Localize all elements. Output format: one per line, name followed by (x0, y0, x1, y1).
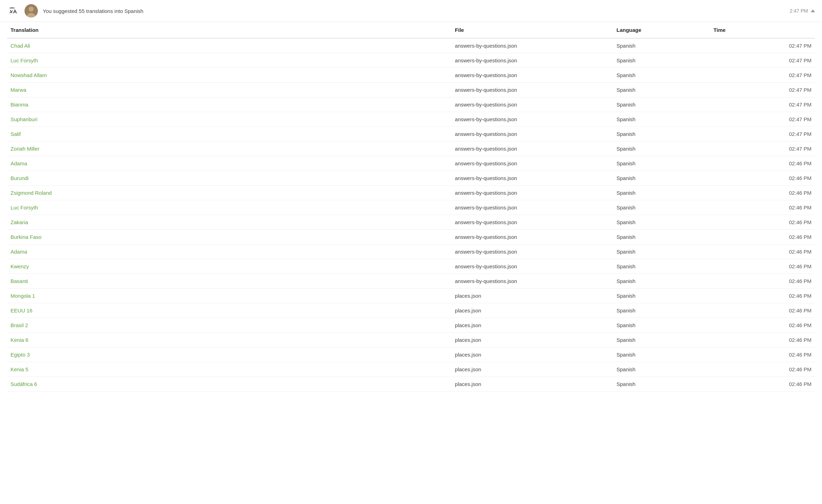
cell-time: 02:46 PM (710, 230, 815, 244)
cell-file: answers-by-questions.json (451, 244, 613, 259)
cell-language: Spanish (613, 127, 710, 141)
translations-table-container: Translation File Language Time Chad Alia… (0, 22, 822, 392)
cell-file: answers-by-questions.json (451, 53, 613, 68)
cell-translation[interactable]: Luc Forsyth (7, 200, 451, 215)
cell-time: 02:46 PM (710, 200, 815, 215)
table-row[interactable]: Basantianswers-by-questions.jsonSpanish0… (7, 274, 815, 289)
table-row[interactable]: Kenia 6places.jsonSpanish02:46 PM (7, 333, 815, 347)
cell-translation[interactable]: Luc Forsyth (7, 53, 451, 68)
col-header-language: Language (613, 22, 710, 38)
cell-file: answers-by-questions.json (451, 171, 613, 186)
cell-translation[interactable]: Egipto 3 (7, 347, 451, 362)
col-header-file: File (451, 22, 613, 38)
cell-translation[interactable]: Sudáfrica 6 (7, 377, 451, 392)
table-row[interactable]: Zsigmond Rolandanswers-by-questions.json… (7, 186, 815, 200)
cell-translation[interactable]: Mongola 1 (7, 289, 451, 303)
cell-translation[interactable]: Zsigmond Roland (7, 186, 451, 200)
cell-language: Spanish (613, 215, 710, 230)
cell-file: answers-by-questions.json (451, 83, 613, 97)
table-row[interactable]: Mongola 1places.jsonSpanish02:46 PM (7, 289, 815, 303)
cell-translation[interactable]: Burundi (7, 171, 451, 186)
cell-file: answers-by-questions.json (451, 259, 613, 274)
table-row[interactable]: Chad Alianswers-by-questions.jsonSpanish… (7, 38, 815, 53)
cell-language: Spanish (613, 141, 710, 156)
cell-time: 02:47 PM (710, 97, 815, 112)
table-row[interactable]: Brasil 2places.jsonSpanish02:46 PM (7, 318, 815, 333)
table-row[interactable]: Suphanburianswers-by-questions.jsonSpani… (7, 112, 815, 127)
table-row[interactable]: Marwaanswers-by-questions.jsonSpanish02:… (7, 83, 815, 97)
cell-language: Spanish (613, 97, 710, 112)
cell-file: answers-by-questions.json (451, 112, 613, 127)
table-row[interactable]: Luc Forsythanswers-by-questions.jsonSpan… (7, 200, 815, 215)
cell-time: 02:46 PM (710, 215, 815, 230)
cell-time: 02:46 PM (710, 289, 815, 303)
table-row[interactable]: Luc Forsythanswers-by-questions.jsonSpan… (7, 53, 815, 68)
cell-time: 02:47 PM (710, 83, 815, 97)
table-row[interactable]: Burundianswers-by-questions.jsonSpanish0… (7, 171, 815, 186)
avatar (25, 4, 38, 18)
cell-translation[interactable]: Zoriah Miller (7, 141, 451, 156)
cell-file: places.json (451, 318, 613, 333)
table-header-row: Translation File Language Time (7, 22, 815, 38)
cell-translation[interactable]: Brasil 2 (7, 318, 451, 333)
table-row[interactable]: Kwenzyanswers-by-questions.jsonSpanish02… (7, 259, 815, 274)
cell-language: Spanish (613, 171, 710, 186)
cell-translation[interactable]: Kwenzy (7, 259, 451, 274)
cell-translation[interactable]: Kenia 5 (7, 362, 451, 377)
table-row[interactable]: Kenia 5places.jsonSpanish02:46 PM (7, 362, 815, 377)
cell-file: places.json (451, 303, 613, 318)
cell-language: Spanish (613, 318, 710, 333)
table-row[interactable]: Bianmaanswers-by-questions.jsonSpanish02… (7, 97, 815, 112)
cell-time: 02:47 PM (710, 38, 815, 53)
cell-language: Spanish (613, 244, 710, 259)
header-left: You suggested 55 translations into Spani… (7, 4, 143, 18)
cell-time: 02:46 PM (710, 303, 815, 318)
table-row[interactable]: Adamaanswers-by-questions.jsonSpanish02:… (7, 244, 815, 259)
cell-translation[interactable]: Nowshad Allam (7, 68, 451, 83)
cell-file: answers-by-questions.json (451, 156, 613, 171)
cell-translation[interactable]: Suphanburi (7, 112, 451, 127)
cell-time: 02:47 PM (710, 53, 815, 68)
cell-language: Spanish (613, 303, 710, 318)
cell-language: Spanish (613, 112, 710, 127)
col-header-translation: Translation (7, 22, 451, 38)
cell-time: 02:47 PM (710, 127, 815, 141)
cell-language: Spanish (613, 230, 710, 244)
cell-translation[interactable]: Marwa (7, 83, 451, 97)
header: You suggested 55 translations into Spani… (0, 0, 822, 22)
table-row[interactable]: Salifanswers-by-questions.jsonSpanish02:… (7, 127, 815, 141)
table-row[interactable]: EEUU 16places.jsonSpanish02:46 PM (7, 303, 815, 318)
table-row[interactable]: Zakariaanswers-by-questions.jsonSpanish0… (7, 215, 815, 230)
header-time: 2:47 PM (790, 8, 808, 14)
cell-time: 02:47 PM (710, 68, 815, 83)
cell-time: 02:46 PM (710, 186, 815, 200)
cell-language: Spanish (613, 38, 710, 53)
chevron-up-icon[interactable] (811, 9, 815, 12)
cell-language: Spanish (613, 83, 710, 97)
cell-translation[interactable]: Adama (7, 156, 451, 171)
cell-time: 02:46 PM (710, 318, 815, 333)
cell-file: places.json (451, 333, 613, 347)
table-row[interactable]: Egipto 3places.jsonSpanish02:46 PM (7, 347, 815, 362)
cell-translation[interactable]: EEUU 16 (7, 303, 451, 318)
cell-file: answers-by-questions.json (451, 68, 613, 83)
cell-translation[interactable]: Basanti (7, 274, 451, 289)
cell-time: 02:46 PM (710, 333, 815, 347)
cell-translation[interactable]: Burkina Faso (7, 230, 451, 244)
cell-time: 02:46 PM (710, 171, 815, 186)
table-row[interactable]: Zoriah Milleranswers-by-questions.jsonSp… (7, 141, 815, 156)
cell-language: Spanish (613, 68, 710, 83)
cell-language: Spanish (613, 156, 710, 171)
table-row[interactable]: Adamaanswers-by-questions.jsonSpanish02:… (7, 156, 815, 171)
cell-translation[interactable]: Adama (7, 244, 451, 259)
col-header-time: Time (710, 22, 815, 38)
cell-translation[interactable]: Bianma (7, 97, 451, 112)
cell-translation[interactable]: Zakaria (7, 215, 451, 230)
table-row[interactable]: Burkina Fasoanswers-by-questions.jsonSpa… (7, 230, 815, 244)
cell-file: places.json (451, 289, 613, 303)
cell-translation[interactable]: Kenia 6 (7, 333, 451, 347)
cell-translation[interactable]: Chad Ali (7, 38, 451, 53)
table-row[interactable]: Sudáfrica 6places.jsonSpanish02:46 PM (7, 377, 815, 392)
table-row[interactable]: Nowshad Allamanswers-by-questions.jsonSp… (7, 68, 815, 83)
cell-translation[interactable]: Salif (7, 127, 451, 141)
